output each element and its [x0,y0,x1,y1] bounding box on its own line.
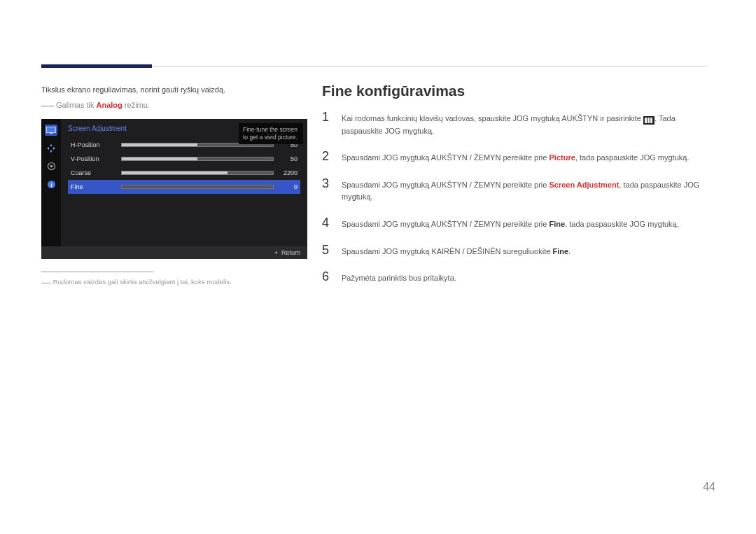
svg-rect-0 [47,127,56,132]
osd-panel: Screen Adjustment H-Position50V-Position… [61,119,307,246]
step-3: 3 Spausdami JOG mygtuką AUKŠTYN / ŽEMYN … [322,177,707,204]
osd-row-label: V-Position [71,155,121,162]
arrows-icon [45,143,57,154]
step-number: 2 [322,150,332,162]
step-1: 1 Kai rodomas funkcinių klavišų vadovas,… [322,111,707,137]
page-heading: Fine konfigūravimas [322,83,707,99]
page-divider-accent [41,64,152,68]
step-6: 6 Pažymėta parinktis bus pritaikyta. [322,270,707,285]
step-number: 5 [322,244,332,256]
svg-marker-2 [50,144,52,146]
menu-icon [643,116,654,125]
gear-icon [45,161,57,172]
step-5: 5 Spausdami JOG mygtuką KAIRĖN / DEŠINĖN… [322,244,707,258]
page-number: 44 [703,481,715,493]
osd-slider [121,171,274,175]
osd-footer: ◂ Return [41,246,307,259]
osd-row: Coarse2200 [68,166,300,180]
left-column: Tikslus ekrano reguliavimas, norint gaut… [41,84,307,286]
osd-row-value: 50 [274,155,298,162]
svg-marker-4 [47,147,49,150]
svg-point-7 [50,165,52,168]
availability-note: ― Galimas tik Analog režimu. [41,101,307,109]
osd-row-value: 2200 [274,169,298,176]
step-number: 3 [322,177,332,190]
step-text: Spausdami JOG mygtuką AUKŠTYN / ŽEMYN pe… [342,218,707,231]
osd-row-label: Coarse [71,169,121,176]
right-column: Fine konfigūravimas 1 Kai rodomas funkci… [322,83,707,297]
note-post: režimu. [122,101,150,109]
step-text: Pažymėta parinktis bus pritaikyta. [342,272,707,285]
osd-slider [121,157,274,161]
step-text: Spausdami JOG mygtuką KAIRĖN / DEŠINĖN s… [342,246,707,258]
monitor-icon [45,125,57,136]
osd-screenshot: i Screen Adjustment H-Position50V-Positi… [41,119,307,259]
osd-row: Fine0 [68,180,300,194]
osd-row-label: Fine [71,183,121,190]
osd-row-value: 0 [274,183,298,190]
osd-tooltip: Fine-tune the screen to get a vivid pict… [239,123,303,144]
footnote: ― Rodomas vaizdas gali skirtis atsižvelg… [41,278,307,286]
step-text: Spausdami JOG mygtuką AUKŠTYN / ŽEMYN pe… [342,152,707,164]
svg-text:i: i [50,182,52,188]
osd-sidebar: i [41,119,61,246]
footnote-text: Rodomas vaizdas gali skirtis atsižvelgia… [53,278,232,286]
back-arrow-icon: ◂ [274,249,277,255]
osd-row-label: H-Position [71,141,121,148]
step-2: 2 Spausdami JOG mygtuką AUKŠTYN / ŽEMYN … [322,150,707,164]
step-number: 4 [322,216,332,229]
svg-marker-3 [50,150,52,153]
step-number: 1 [322,111,332,123]
return-label: Return [281,249,300,256]
note-pre: Galimas tik [56,101,96,109]
footnote-divider [41,272,153,272]
osd-slider [121,185,274,189]
step-text: Spausdami JOG mygtuką AUKŠTYN / ŽEMYN pe… [342,179,707,204]
step-4: 4 Spausdami JOG mygtuką AUKŠTYN / ŽEMYN … [322,216,707,231]
note-bold: Analog [97,101,122,109]
info-icon: i [45,179,57,190]
intro-text: Tikslus ekrano reguliavimas, norint gaut… [41,84,307,97]
step-number: 6 [322,270,332,283]
steps-list: 1 Kai rodomas funkcinių klavišų vadovas,… [322,111,707,285]
step-text: Kai rodomas funkcinių klavišų vadovas, s… [342,113,707,137]
osd-row: V-Position50 [68,152,300,166]
svg-rect-1 [50,132,52,133]
svg-marker-5 [53,147,55,150]
